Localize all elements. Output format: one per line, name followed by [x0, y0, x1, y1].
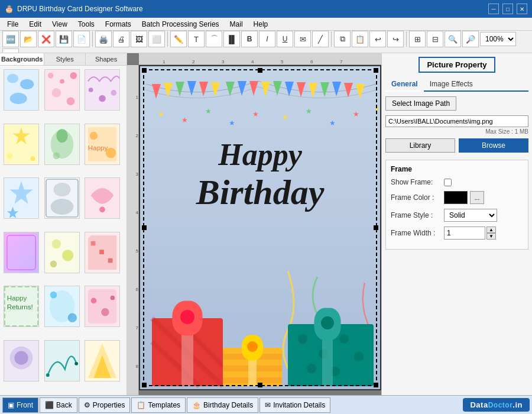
line-button[interactable]: ╱ — [312, 31, 329, 47]
handle-ml[interactable] — [142, 225, 147, 230]
thumb-11[interactable] — [44, 232, 80, 273]
front-label: Front — [17, 401, 33, 409]
svg-point-15 — [7, 153, 13, 159]
zoom-out-button[interactable]: 🔎 — [462, 31, 479, 47]
thumb-15[interactable] — [85, 286, 120, 327]
paste-button[interactable]: 📋 — [352, 31, 368, 47]
arc-button[interactable]: ⌒ — [206, 31, 222, 47]
handle-mr[interactable] — [374, 225, 378, 230]
svg-marker-71 — [199, 82, 208, 96]
tab-image-effects[interactable]: Image Effects — [424, 77, 479, 90]
bottom-properties-button[interactable]: ⚙ Properties — [79, 397, 131, 413]
bottom-birthday-details-button[interactable]: 🎂 Birthday Details — [187, 397, 258, 413]
bottom-invitation-details-button[interactable]: ✉ Invitation Details — [259, 397, 330, 413]
maximize-button[interactable]: □ — [502, 4, 513, 14]
zoom-select[interactable]: 100% 75% 150% — [480, 32, 516, 46]
close-doc-button[interactable]: ❌ — [38, 31, 54, 47]
browse-button[interactable]: Browse — [459, 138, 528, 153]
barcode-button[interactable]: ▐▌ — [223, 31, 240, 47]
thumb-5[interactable] — [44, 124, 80, 165]
thumb-1[interactable] — [4, 69, 39, 111]
ruler-mark-7: 7 — [340, 59, 342, 64]
svg-text:★: ★ — [329, 119, 336, 127]
save-button[interactable]: 💾 — [56, 31, 72, 47]
new-button[interactable]: 🆕 — [2, 31, 19, 47]
close-button[interactable]: ✕ — [517, 4, 527, 14]
thumb-13[interactable]: Happy Returns! — [4, 286, 39, 327]
thumb-3[interactable] — [85, 69, 120, 111]
open-button[interactable]: 📂 — [20, 31, 37, 47]
print-button[interactable]: 🖨️ — [95, 31, 112, 47]
print-preview-button[interactable]: 🖨 — [113, 31, 129, 47]
tab-styles[interactable]: Styles — [44, 53, 86, 65]
thumb-18[interactable] — [85, 340, 120, 381]
card-canvas[interactable]: ★ ★ ★ ★ ★ ★ ★ ★ ★ ★ Happy Birthda — [139, 65, 381, 390]
menu-edit[interactable]: Edit — [24, 19, 46, 30]
zoom-minus-button[interactable]: − — [2, 48, 19, 53]
svg-marker-75 — [249, 81, 258, 96]
thumb-4[interactable] — [4, 124, 39, 165]
menu-tools[interactable]: Tools — [73, 19, 99, 30]
tab-backgrounds[interactable]: Backgrounds — [0, 53, 44, 65]
thumb-7[interactable] — [4, 177, 39, 219]
redo-button[interactable]: ↪ — [387, 31, 404, 47]
menu-mail[interactable]: Mail — [225, 19, 248, 30]
svg-marker-79 — [297, 82, 306, 97]
svg-point-52 — [67, 313, 76, 322]
thumb-2[interactable] — [44, 69, 80, 111]
italic-button[interactable]: I — [259, 31, 275, 47]
minimize-button[interactable]: ─ — [488, 4, 499, 14]
menu-formats[interactable]: Formats — [100, 19, 136, 30]
frame-color-swatch[interactable] — [444, 191, 468, 204]
thumb-10[interactable] — [4, 232, 39, 273]
thumb-12[interactable] — [85, 232, 120, 273]
show-frame-checkbox[interactable] — [444, 179, 452, 186]
menu-batch[interactable]: Batch Processing Series — [137, 19, 224, 30]
bold-button[interactable]: B — [241, 31, 258, 47]
thumb-9[interactable] — [85, 177, 120, 219]
svg-point-39 — [62, 250, 73, 261]
frame-style-select[interactable]: Solid Dashed Dotted — [444, 209, 497, 222]
svg-rect-44 — [108, 258, 113, 263]
thumb-14[interactable] — [44, 286, 80, 327]
text-button[interactable]: T — [188, 31, 205, 47]
frame-width-input[interactable] — [444, 227, 485, 240]
grid-button[interactable]: ⊟ — [427, 31, 443, 47]
copy-button[interactable]: ⧉ — [334, 31, 351, 47]
mail-button[interactable]: ✉ — [294, 31, 311, 47]
frame-color-picker-button[interactable]: ... — [470, 191, 484, 204]
img-button[interactable]: 🖼 — [131, 31, 147, 47]
tab-general[interactable]: General — [385, 77, 424, 92]
bottom-templates-button[interactable]: 📋 Templates — [131, 397, 186, 413]
library-button[interactable]: Library — [385, 138, 455, 153]
image-path-input[interactable] — [385, 115, 528, 127]
table-button[interactable]: ⊞ — [409, 31, 426, 47]
thumb-17[interactable] — [44, 340, 80, 381]
frame-width-down[interactable]: ▼ — [486, 233, 496, 240]
bottom-front-button[interactable]: ▣ Front — [2, 397, 38, 413]
ruler-left: 1 2 3 4 5 6 7 8 — [127, 65, 139, 395]
ruler-mark-v-4: 4 — [136, 210, 138, 215]
frame-width-up[interactable]: ▲ — [486, 227, 496, 233]
zoom-in-button[interactable]: 🔍 — [445, 31, 461, 47]
thumb-6[interactable]: Happy — [85, 124, 120, 165]
svg-point-57 — [111, 296, 115, 300]
menu-file[interactable]: File — [2, 19, 23, 30]
ruler-mark-v-2: 2 — [136, 133, 138, 138]
page-button[interactable]: 📄 — [73, 31, 90, 47]
thumb-16[interactable] — [4, 340, 39, 381]
menu-help[interactable]: Help — [249, 19, 273, 30]
thumb-8[interactable] — [44, 177, 80, 219]
tab-shapes[interactable]: Shapes — [86, 53, 126, 65]
svg-point-2 — [20, 79, 34, 89]
shape-button[interactable]: ⬜ — [148, 31, 165, 47]
underline-button[interactable]: U — [277, 31, 293, 47]
undo-button[interactable]: ↩ — [369, 31, 386, 47]
bottom-back-button[interactable]: ⬛ Back — [40, 397, 77, 413]
pen-button[interactable]: ✏️ — [170, 31, 187, 47]
svg-text:★: ★ — [306, 107, 312, 115]
title-bar-controls[interactable]: ─ □ ✕ — [488, 4, 527, 14]
menu-view[interactable]: View — [47, 19, 72, 30]
select-image-path-button[interactable]: Select Image Path — [385, 96, 456, 111]
svg-point-34 — [99, 207, 105, 213]
